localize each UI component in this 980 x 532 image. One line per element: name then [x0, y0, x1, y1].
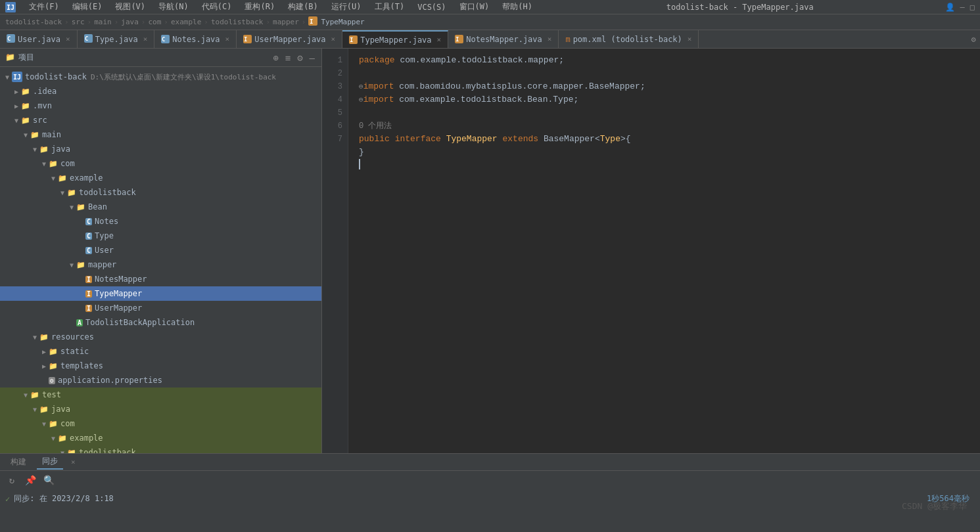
content-area: 📁 项目 ⊕ ≡ ⚙ — ▼ IJ todolist-back D:\系统默认\… [0, 49, 980, 453]
breadcrumb-main[interactable]: main [94, 18, 112, 26]
tree-item-com[interactable]: ▼ 📁 com [0, 156, 321, 171]
bottom-tab-build[interactable]: 构建 [5, 455, 32, 469]
bottom-pin-icon[interactable]: 📌 [24, 474, 37, 487]
tree-item-appprops[interactable]: ⚙ application.properties [0, 373, 321, 388]
tree-icon-type: C [85, 233, 92, 240]
tree-item-typemapper[interactable]: I TypeMapper [0, 286, 321, 301]
tab-usermapper[interactable]: I UserMapper.java × [237, 30, 342, 48]
breadcrumb-todolistback[interactable]: todolistback [211, 18, 263, 26]
breadcrumb-typemapper[interactable]: TypeMapper [321, 18, 364, 26]
tab-notes-close[interactable]: × [225, 35, 230, 43]
sidebar-minimize-icon[interactable]: — [308, 51, 316, 64]
tree-item-test-example[interactable]: ▼ 📁 example [0, 431, 321, 445]
tree-item-test[interactable]: ▼ 📁 test [0, 388, 321, 402]
sidebar-settings-icon[interactable]: ⚙ [296, 51, 304, 64]
menu-vcs[interactable]: VCS(S) [415, 1, 448, 13]
menu-file[interactable]: 文件(F) [26, 0, 62, 14]
tree-item-bean[interactable]: ▼ 📁 Bean [0, 200, 321, 214]
menu-window[interactable]: 窗口(W) [457, 0, 492, 14]
tree-folder-icon-static: 📁 [49, 347, 58, 356]
tree-item-mvn[interactable]: ▶ 📁 .mvn [0, 99, 321, 113]
tree-folder-icon-example: 📁 [58, 174, 67, 183]
kw-Type: Type [600, 134, 620, 144]
tree-label-test: test [42, 390, 61, 399]
tree-item-test-todolistback[interactable]: ▼ 📁 todolistback [0, 445, 321, 453]
tree-item-java[interactable]: ▼ 📁 java [0, 142, 321, 156]
editor: 1 2 3 4 5 6 7 package com.example.todoli… [322, 49, 980, 453]
svg-text:I: I [310, 18, 313, 25]
bottom-refresh-icon[interactable]: ↻ [5, 474, 18, 487]
tabs-filler [699, 30, 967, 48]
menu-run[interactable]: 运行(U) [329, 0, 364, 14]
menu-tools[interactable]: 工具(T) [372, 0, 408, 14]
breadcrumb-src[interactable]: src [72, 18, 85, 26]
tree-item-notesmapper[interactable]: I NotesMapper [0, 272, 321, 286]
tree-item-app[interactable]: A TodolistBackApplication [0, 315, 321, 330]
window-title: todolist-back - TypeMapper.java [543, 3, 937, 12]
tab-type-close[interactable]: × [143, 35, 148, 43]
tree-item-resources[interactable]: ▼ 📁 resources [0, 330, 321, 344]
menu-code[interactable]: 代码(C) [199, 0, 235, 14]
menu-navigate[interactable]: 导航(N) [156, 0, 191, 14]
tree-item-templates[interactable]: ▶ 📁 templates [0, 359, 321, 373]
tree-item-static[interactable]: ▶ 📁 static [0, 344, 321, 359]
tabs-overflow[interactable]: ⚙ [967, 30, 980, 48]
tab-user[interactable]: C User.java × [0, 30, 78, 48]
tree-folder-icon-bean: 📁 [76, 203, 85, 211]
breadcrumb-java[interactable]: java [121, 18, 139, 26]
user-icon[interactable]: 👤 [945, 3, 955, 12]
tree-item-usermapper[interactable]: I UserMapper [0, 301, 321, 315]
kw-package-1: package [359, 55, 395, 65]
tab-notes[interactable]: C Notes.java × [154, 30, 237, 48]
code-content[interactable]: package com.example.todolistback.mapper;… [348, 49, 980, 453]
tab-typemapper[interactable]: I TypeMapper.java × [342, 30, 448, 48]
tree-item-mapper[interactable]: ▼ 📁 mapper [0, 257, 321, 272]
tree-arrow-static: ▶ [39, 348, 49, 355]
sidebar-collapse-icon[interactable]: ≡ [284, 51, 292, 64]
menu-help[interactable]: 帮助(H) [500, 0, 535, 14]
tree-view: ▼ IJ todolist-back D:\系统默认\桌面\新建文件夹\课设1\… [0, 67, 321, 453]
tree-item-test-java[interactable]: ▼ 📁 java [0, 402, 321, 416]
tree-arrow-mvn: ▶ [12, 102, 21, 110]
window-minimize[interactable]: — [960, 3, 965, 12]
tree-item-src[interactable]: ▼ 📁 src [0, 113, 321, 127]
tree-item-example[interactable]: ▼ 📁 example [0, 171, 321, 185]
menu-view[interactable]: 视图(V) [112, 0, 148, 14]
tab-user-close[interactable]: × [66, 35, 70, 43]
bottom-tab-sync[interactable]: 同步 [37, 454, 63, 470]
tab-pom[interactable]: m pom.xml (todolist-back) × [559, 30, 699, 48]
tab-pom-label: pom.xml (todolist-back) [573, 35, 682, 44]
tree-item-todolistback[interactable]: ▼ 📁 todolistback [0, 185, 321, 200]
tree-folder-icon-main: 📁 [30, 131, 39, 139]
tab-notesmapper[interactable]: I NotesMapper.java × [448, 30, 559, 48]
tab-notesmapper-close[interactable]: × [548, 35, 552, 43]
menu-build[interactable]: 构建(B) [285, 0, 321, 14]
menu-edit[interactable]: 编辑(E) [70, 0, 105, 14]
tree-label-test-com: com [60, 419, 75, 428]
tree-item-root[interactable]: ▼ IJ todolist-back D:\系统默认\桌面\新建文件夹\课设1\… [0, 70, 321, 84]
tree-item-type-class[interactable]: C Type [0, 229, 321, 243]
menu-refactor[interactable]: 重构(R) [242, 0, 277, 14]
tree-item-main[interactable]: ▼ 📁 main [0, 127, 321, 142]
kw-import-2: import [363, 81, 394, 91]
breadcrumb-example[interactable]: example [171, 18, 201, 26]
sidebar-expand-icon[interactable]: ⊕ [271, 51, 279, 64]
tree-item-idea[interactable]: ▶ 📁 .idea [0, 84, 321, 99]
tab-type[interactable]: C Type.java × [78, 30, 155, 48]
breadcrumb-mapper[interactable]: mapper [273, 18, 299, 26]
tab-typemapper-close[interactable]: × [437, 35, 442, 44]
tab-pom-close[interactable]: × [688, 35, 692, 43]
breadcrumb-com[interactable]: com [148, 18, 161, 26]
tree-item-test-com[interactable]: ▼ 📁 com [0, 416, 321, 431]
tree-icon-notesmapper: I [85, 276, 92, 283]
bottom-search-icon[interactable]: 🔍 [42, 474, 55, 487]
bottom-tab-close[interactable]: × [71, 458, 76, 466]
tab-usermapper-close[interactable]: × [331, 35, 336, 43]
window-maximize[interactable]: □ [970, 3, 975, 12]
tree-item-notes-class[interactable]: C Notes [0, 214, 321, 229]
code-area[interactable]: 1 2 3 4 5 6 7 package com.example.todoli… [322, 49, 980, 453]
tree-arrow-com: ▼ [39, 160, 49, 167]
breadcrumb-root[interactable]: todolist-back [5, 18, 62, 26]
tree-label-app: TodolistBackApplication [85, 318, 195, 327]
tree-item-user-class[interactable]: C User [0, 243, 321, 257]
